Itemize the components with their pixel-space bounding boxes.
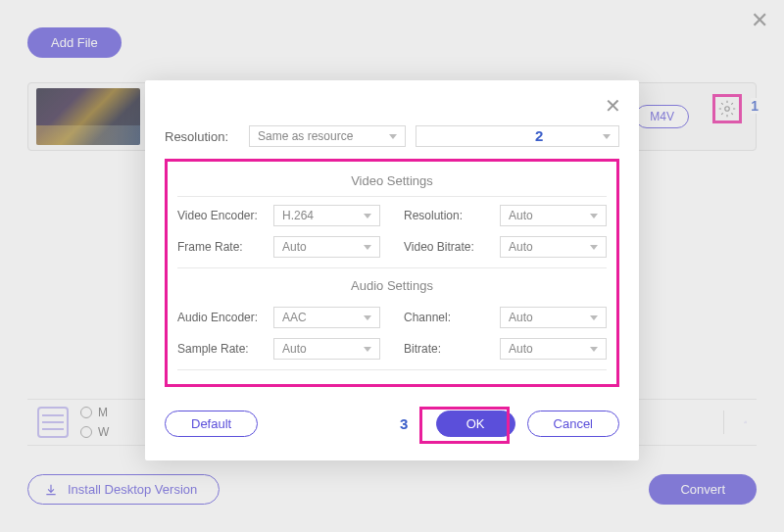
video-bitrate-select[interactable]: Auto [500,236,607,258]
video-resolution-select[interactable]: Auto [500,205,607,226]
frame-rate-label: Frame Rate: [177,240,268,254]
frame-rate-select[interactable]: Auto [273,236,380,258]
settings-modal: ✕ Resolution: Same as resource 2 Video S… [145,80,639,460]
audio-encoder-label: Audio Encoder: [177,311,268,324]
channel-label: Channel: [404,311,494,324]
video-encoder-select[interactable]: H.264 [273,205,380,226]
sample-rate-select[interactable]: Auto [273,338,380,360]
channel-select[interactable]: Auto [500,307,607,328]
settings-highlight-box: Video Settings Video Encoder: H.264 Reso… [165,159,619,387]
video-encoder-label: Video Encoder: [177,209,268,222]
audio-bitrate-label: Bitrate: [404,342,494,356]
annotation-2: 2 [535,127,543,144]
video-bitrate-label: Video Bitrate: [404,240,494,254]
annotation-3: 3 [400,415,408,432]
modal-close-icon[interactable]: ✕ [605,94,621,118]
default-button[interactable]: Default [165,411,258,437]
ok-button[interactable]: OK [436,411,515,437]
audio-settings-title: Audio Settings [177,267,607,299]
video-resolution-label: Resolution: [404,209,494,222]
audio-bitrate-select[interactable]: Auto [500,338,607,360]
audio-encoder-select[interactable]: AAC [273,307,380,328]
cancel-button[interactable]: Cancel [527,411,619,437]
resolution-select-2[interactable] [416,125,619,147]
resolution-label: Resolution: [165,129,243,144]
video-settings-title: Video Settings [177,168,607,197]
sample-rate-label: Sample Rate: [177,342,268,356]
resolution-select[interactable]: Same as resource [249,125,406,147]
